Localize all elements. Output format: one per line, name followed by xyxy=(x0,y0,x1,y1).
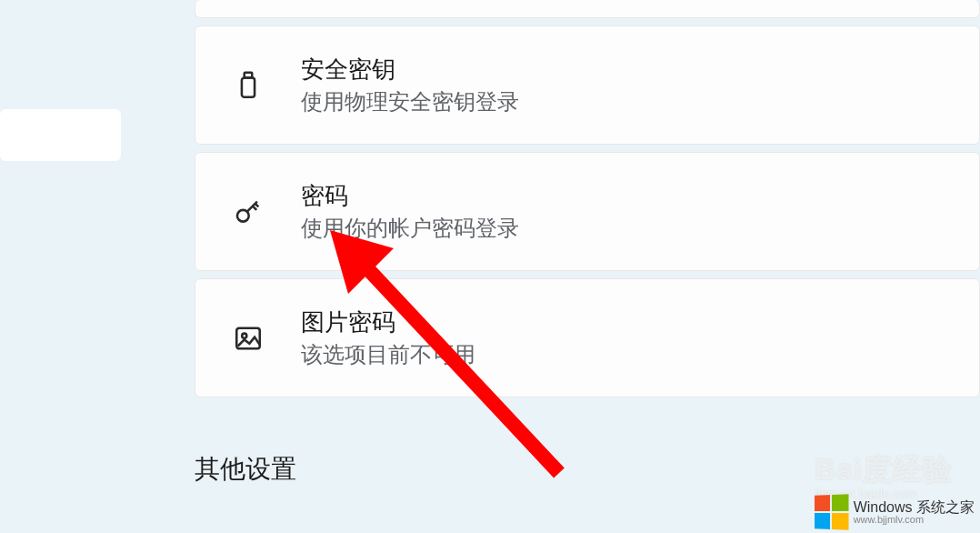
card-desc: 该选项目前不可用 xyxy=(301,340,475,369)
card-title: 安全密钥 xyxy=(301,54,519,85)
card-desc: 使用物理安全密钥登录 xyxy=(301,87,519,116)
svg-point-4 xyxy=(242,333,246,337)
watermark-win-line2: www.bjjmlv.com xyxy=(854,515,975,525)
watermark-windows-text: Windows 系统之家 www.bjjmlv.com xyxy=(854,500,975,525)
card-title: 图片密码 xyxy=(301,307,475,338)
watermark-win-line1: Windows 系统之家 xyxy=(854,500,975,515)
svg-rect-1 xyxy=(245,72,253,77)
card-title: 密码 xyxy=(301,180,519,212)
card-password[interactable]: 密码 使用你的帐户密码登录 xyxy=(195,152,980,271)
card-partial-top[interactable] xyxy=(195,0,980,18)
key-icon xyxy=(232,196,265,228)
svg-point-2 xyxy=(237,209,249,221)
card-picture-password[interactable]: 图片密码 该选项目前不可用 xyxy=(195,278,980,397)
card-text: 图片密码 该选项目前不可用 xyxy=(301,307,475,369)
usb-key-icon xyxy=(232,69,265,102)
svg-rect-0 xyxy=(242,77,255,96)
card-text: 安全密钥 使用物理安全密钥登录 xyxy=(301,54,519,116)
settings-content: 安全密钥 使用物理安全密钥登录 密码 使用你的帐户密码登录 图片密码 该选项目前… xyxy=(195,0,980,487)
watermark-windows: Windows 系统之家 www.bjjmlv.com xyxy=(808,491,980,533)
card-desc: 使用你的帐户密码登录 xyxy=(301,214,519,243)
image-icon xyxy=(232,322,265,355)
card-text: 密码 使用你的帐户密码登录 xyxy=(301,180,519,243)
section-header-other: 其他设置 xyxy=(195,452,980,487)
sidebar-selected-indicator[interactable] xyxy=(0,109,121,161)
card-security-key[interactable]: 安全密钥 使用物理安全密钥登录 xyxy=(195,25,980,145)
windows-logo-icon xyxy=(815,494,848,530)
